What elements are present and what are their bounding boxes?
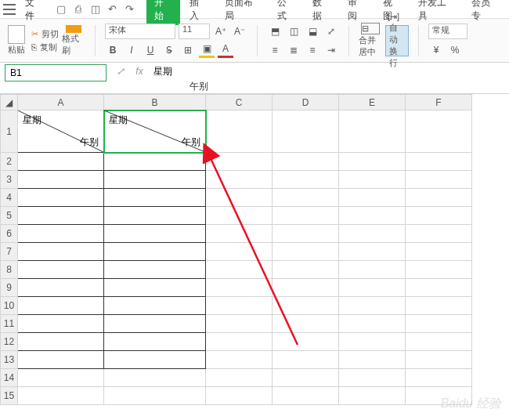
row-header[interactable]: 7 [1, 243, 18, 261]
cell[interactable] [339, 387, 406, 405]
cell[interactable] [339, 369, 406, 387]
cell[interactable] [273, 171, 339, 189]
cell[interactable] [18, 261, 104, 279]
cell[interactable] [406, 261, 472, 279]
row-header[interactable]: 1 [1, 110, 18, 153]
redo-icon[interactable]: ↷ [123, 2, 137, 16]
cell[interactable] [206, 243, 273, 261]
tab-dev-tools[interactable]: 开发工具 [410, 0, 462, 25]
fill-color-button[interactable]: ▣ [199, 42, 215, 58]
cell[interactable] [273, 153, 339, 171]
cell[interactable] [18, 279, 104, 297]
cell[interactable] [339, 171, 406, 189]
wrap-text-button[interactable]: [⇥] 自动换行 [385, 25, 409, 56]
cell[interactable] [406, 189, 472, 207]
currency-button[interactable]: ¥ [428, 42, 444, 58]
spreadsheet-grid[interactable]: ◢ A B C D E F 1 星期 午别 星期 午别 2 3 4 [0, 94, 509, 405]
cell[interactable] [18, 243, 104, 261]
cell[interactable] [406, 369, 472, 387]
file-menu[interactable]: 文件 [19, 0, 49, 24]
cell[interactable] [406, 297, 472, 315]
tab-data[interactable]: 数据 [305, 0, 338, 25]
cell[interactable] [206, 387, 273, 405]
cell[interactable] [339, 225, 406, 243]
cell[interactable] [273, 225, 339, 243]
cell[interactable] [18, 153, 104, 171]
select-all-corner[interactable]: ◢ [1, 95, 18, 110]
cell[interactable] [206, 315, 273, 333]
preview-icon[interactable]: ◫ [88, 2, 103, 16]
save-icon[interactable]: ▢ [54, 2, 68, 16]
cell[interactable] [206, 207, 273, 225]
cell[interactable] [273, 333, 339, 351]
row-header[interactable]: 15 [1, 387, 18, 405]
cell[interactable] [104, 351, 206, 369]
align-right-button[interactable]: ≡ [305, 42, 320, 58]
cell[interactable] [273, 110, 339, 153]
orientation-button[interactable]: ⤢ [323, 24, 339, 39]
italic-button[interactable]: I [124, 42, 139, 58]
cell[interactable] [18, 369, 104, 387]
cell[interactable] [273, 387, 339, 405]
align-bottom-button[interactable]: ⬓ [305, 24, 320, 39]
cell[interactable] [18, 207, 104, 225]
cell[interactable] [406, 225, 472, 243]
row-header[interactable]: 12 [1, 333, 18, 351]
cell[interactable] [339, 243, 406, 261]
cell[interactable] [206, 279, 273, 297]
bold-button[interactable]: B [105, 42, 121, 58]
cell[interactable] [104, 369, 206, 387]
cell[interactable] [273, 315, 339, 333]
cell[interactable] [406, 315, 472, 333]
cell[interactable] [206, 153, 273, 171]
row-header[interactable]: 5 [1, 207, 18, 225]
cell[interactable] [206, 189, 273, 207]
cell[interactable] [18, 171, 104, 189]
row-header[interactable]: 4 [1, 189, 18, 207]
cell[interactable] [273, 243, 339, 261]
name-box[interactable]: B1 [5, 64, 106, 81]
tab-formulas[interactable]: 公式 [269, 0, 303, 25]
align-top-button[interactable]: ⬒ [267, 24, 283, 39]
fx-icon[interactable]: fx [130, 66, 149, 77]
cell[interactable] [104, 225, 206, 243]
col-header[interactable]: D [273, 95, 339, 110]
print-icon[interactable]: ⎙ [71, 2, 85, 16]
cell[interactable] [104, 315, 206, 333]
cell[interactable] [339, 333, 406, 351]
cell[interactable] [339, 351, 406, 369]
borders-button[interactable]: ⊞ [180, 42, 196, 58]
cell[interactable] [104, 261, 206, 279]
row-header[interactable]: 6 [1, 225, 18, 243]
cell[interactable] [206, 369, 273, 387]
cell[interactable] [406, 110, 472, 153]
strikethrough-button[interactable]: S̶ [161, 42, 177, 58]
cell[interactable] [104, 153, 206, 171]
cell[interactable] [339, 315, 406, 333]
col-header[interactable]: C [206, 95, 273, 110]
cell[interactable] [18, 333, 104, 351]
tab-page-layout[interactable]: 页面布局 [217, 0, 269, 25]
cell[interactable] [18, 189, 104, 207]
indent-button[interactable]: ⇥ [323, 42, 339, 58]
cell[interactable] [18, 315, 104, 333]
cell[interactable] [339, 110, 406, 153]
align-middle-button[interactable]: ◫ [286, 24, 301, 39]
tab-member[interactable]: 会员专 [464, 0, 506, 25]
cell[interactable] [104, 243, 206, 261]
row-header[interactable]: 2 [1, 153, 18, 171]
cell[interactable] [406, 351, 472, 369]
cell[interactable] [406, 243, 472, 261]
cell[interactable] [18, 351, 104, 369]
cell[interactable] [406, 153, 472, 171]
cell[interactable] [339, 207, 406, 225]
cell[interactable] [339, 297, 406, 315]
cell-B1[interactable]: 星期 午别 [104, 110, 206, 153]
cut-button[interactable]: ✂剪切 [31, 28, 59, 40]
row-header[interactable]: 10 [1, 297, 18, 315]
cell[interactable] [273, 189, 339, 207]
cell[interactable] [273, 279, 339, 297]
row-header[interactable]: 13 [1, 351, 18, 369]
cell[interactable] [104, 387, 206, 405]
col-header[interactable]: A [18, 95, 104, 110]
